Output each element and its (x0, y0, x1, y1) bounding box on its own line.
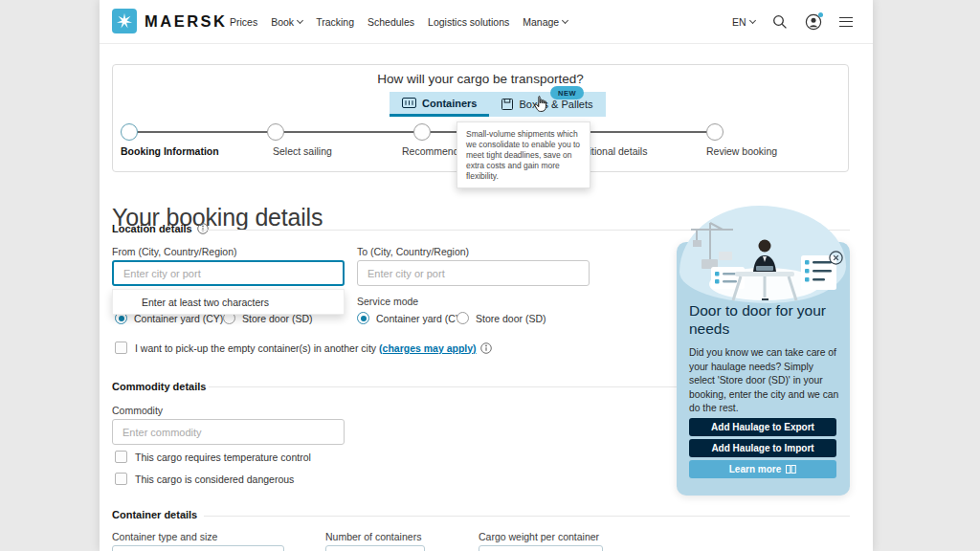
account-icon[interactable] (805, 13, 822, 31)
container-count-label: Number of containers (325, 531, 421, 542)
chevron-down-icon (297, 16, 303, 23)
learn-more-button[interactable]: Learn more (689, 460, 836, 478)
temperature-control-checkbox[interactable]: This cargo requires temperature control (115, 451, 311, 463)
maersk-logo[interactable] (112, 9, 137, 33)
panel-title: Door to door for your needs (689, 301, 842, 339)
header-right-cluster: EN (732, 0, 853, 43)
checkbox-icon[interactable] (115, 342, 127, 354)
info-icon[interactable] (480, 342, 492, 354)
destination-service-mode-sd[interactable]: Store door (SD) (457, 312, 546, 324)
container-weight-label: Cargo weight per container (479, 531, 599, 542)
nav-item-prices[interactable]: Prices (230, 16, 257, 28)
commodity-details-heading: Commodity details (112, 381, 206, 392)
screen: MAERSK Prices Book Tracking Schedules Lo… (0, 0, 980, 551)
location-details-heading: Location details (112, 223, 209, 234)
container-details-heading: Container details (112, 509, 197, 520)
service-mode-label: Service mode (357, 296, 418, 307)
container-divider (204, 516, 850, 517)
step-dot-3 (413, 123, 431, 141)
language-selector[interactable]: EN (732, 16, 755, 28)
step-dot-1 (121, 123, 138, 141)
from-label: From (City, Country/Region) (112, 246, 237, 257)
maersk-star-icon (115, 11, 134, 31)
radio-selected-icon[interactable] (357, 312, 369, 324)
nav-item-schedules[interactable]: Schedules (368, 16, 414, 28)
info-icon[interactable] (197, 223, 209, 234)
step-dot-2 (267, 123, 284, 141)
pages-icon (786, 465, 796, 474)
close-icon[interactable] (829, 251, 843, 265)
boxes-pallets-tooltip: Small-volume shipments which we consolid… (457, 121, 590, 188)
step-dot-5 (706, 123, 724, 141)
from-autocomplete-hint[interactable]: Enter at least two characters (112, 289, 345, 315)
notification-dot (818, 12, 823, 17)
container-count-input[interactable] (325, 545, 425, 551)
header-divider (100, 43, 873, 44)
container-type-input[interactable] (112, 545, 284, 551)
destination-service-mode-cy[interactable]: Container yard (CY) (357, 312, 465, 324)
from-input[interactable] (112, 260, 345, 286)
to-label: To (City, Country/Region) (357, 246, 469, 257)
step-label-review-booking: Review booking (706, 145, 777, 157)
nav-item-book[interactable]: Book (271, 16, 302, 28)
charges-may-apply-link[interactable]: (charges may apply) (379, 342, 477, 354)
search-icon[interactable] (772, 14, 788, 30)
new-badge: NEW (550, 86, 584, 99)
add-haulage-import-button[interactable]: Add Haulage to Import (689, 439, 836, 457)
menu-icon[interactable] (839, 17, 853, 27)
nav-item-tracking[interactable]: Tracking (316, 16, 354, 28)
pickup-empty-container-checkbox[interactable]: I want to pick-up the empty container(s)… (115, 342, 492, 354)
checkbox-icon[interactable] (115, 473, 127, 485)
commodity-input[interactable] (112, 419, 345, 445)
nav-item-manage[interactable]: Manage (523, 16, 568, 28)
step-label-select-sailing: Select sailing (273, 145, 332, 157)
container-icon (402, 98, 416, 108)
container-weight-input[interactable] (479, 545, 603, 551)
door-to-door-illustration (682, 211, 843, 307)
checkbox-icon[interactable] (115, 451, 127, 463)
panel-body: Did you know we can take care of your ha… (689, 346, 840, 416)
container-type-label: Container type and size (112, 531, 217, 542)
main-nav: Prices Book Tracking Schedules Logistics… (230, 0, 568, 43)
tab-containers[interactable]: Containers (390, 92, 489, 117)
chevron-down-icon (562, 16, 568, 23)
chevron-down-icon (749, 16, 756, 23)
to-input[interactable] (357, 260, 590, 286)
dangerous-cargo-checkbox[interactable]: This cargo is considered dangerous (115, 473, 294, 485)
step-label-booking-information: Booking Information (121, 145, 219, 157)
radio-icon[interactable] (457, 312, 469, 324)
door-to-door-panel: Door to door for your needs Did you know… (677, 242, 850, 496)
tab-boxes-pallets[interactable]: Boxes & Pallets (489, 92, 605, 117)
add-haulage-export-button[interactable]: Add Haulage to Export (689, 418, 836, 436)
commodity-label: Commodity (112, 405, 163, 416)
box-icon (501, 99, 513, 110)
brand-wordmark: MAERSK (145, 12, 228, 31)
nav-item-logistics-solutions[interactable]: Logistics solutions (428, 16, 509, 28)
cargo-question: How will your cargo be transported? (112, 72, 849, 86)
